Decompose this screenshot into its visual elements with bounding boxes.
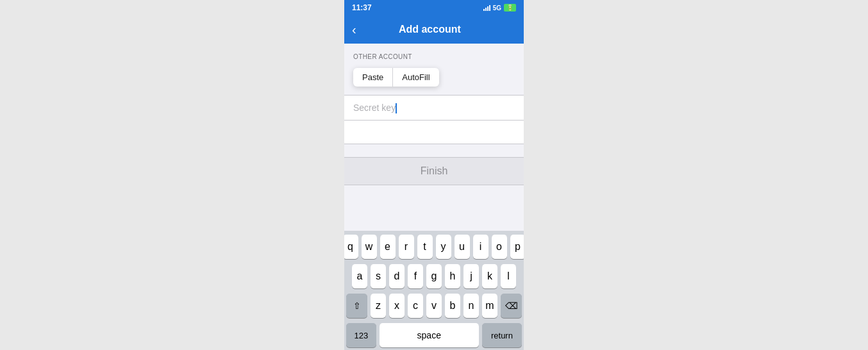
- issuer-field-wrapper[interactable]: [344, 121, 524, 144]
- key-r[interactable]: r: [399, 235, 414, 259]
- key-z[interactable]: z: [371, 294, 386, 318]
- content-area: OTHER ACCOUNT Paste AutoFill Secret key …: [344, 44, 524, 350]
- autofill-button[interactable]: AutoFill: [393, 68, 438, 87]
- key-i[interactable]: i: [473, 235, 488, 259]
- section-label: OTHER ACCOUNT: [353, 53, 412, 60]
- nav-title: Add account: [362, 24, 498, 35]
- key-y[interactable]: y: [436, 235, 451, 259]
- finish-button[interactable]: Finish: [344, 158, 524, 185]
- finish-button-section: Finish: [344, 157, 524, 185]
- delete-key[interactable]: ⌫: [501, 294, 522, 318]
- keyboard: q w e r t y u i o p a s d f g h j k: [344, 231, 524, 350]
- keyboard-row-1: q w e r t y u i o p: [346, 235, 522, 259]
- key-w[interactable]: w: [362, 235, 377, 259]
- space-key[interactable]: space: [380, 323, 479, 347]
- key-p[interactable]: p: [510, 235, 524, 259]
- keyboard-row-3: ⇧ z x c v b n m ⌫: [346, 294, 522, 318]
- keyboard-row-2: a s d f g h j k l: [346, 264, 522, 288]
- shift-icon: ⇧: [353, 301, 361, 311]
- key-h[interactable]: h: [445, 264, 460, 288]
- text-cursor: [396, 103, 397, 113]
- shift-key[interactable]: ⇧: [346, 294, 367, 318]
- phone-frame: 11:37 5G 🔋 ‹ Add account OTHER ACCOUNT P…: [344, 0, 524, 350]
- key-g[interactable]: g: [426, 264, 442, 288]
- input-section: Secret key: [344, 95, 524, 144]
- key-c[interactable]: c: [408, 294, 423, 318]
- signal-icon: [483, 4, 490, 11]
- network-type: 5G: [493, 4, 501, 12]
- back-button[interactable]: ‹: [352, 23, 356, 36]
- key-d[interactable]: d: [389, 264, 405, 288]
- key-o[interactable]: o: [492, 235, 507, 259]
- key-a[interactable]: a: [352, 264, 367, 288]
- battery-icon: 🔋: [504, 4, 516, 12]
- context-menu-popup: Paste AutoFill: [353, 68, 439, 87]
- key-f[interactable]: f: [408, 264, 423, 288]
- key-q[interactable]: q: [344, 235, 358, 259]
- key-b[interactable]: b: [445, 294, 460, 318]
- secret-key-field-wrapper[interactable]: Secret key: [344, 96, 524, 121]
- key-n[interactable]: n: [463, 294, 479, 318]
- status-icons: 5G 🔋: [483, 4, 516, 12]
- delete-icon: ⌫: [505, 301, 518, 311]
- nav-bar: ‹ Add account: [344, 15, 524, 44]
- key-v[interactable]: v: [426, 294, 442, 318]
- key-s[interactable]: s: [371, 264, 386, 288]
- section-header: OTHER ACCOUNT: [344, 44, 524, 64]
- numbers-key[interactable]: 123: [346, 323, 376, 347]
- key-j[interactable]: j: [463, 264, 479, 288]
- status-time: 11:37: [352, 3, 372, 12]
- return-key[interactable]: return: [482, 323, 522, 347]
- status-bar: 11:37 5G 🔋: [344, 0, 524, 15]
- key-m[interactable]: m: [482, 294, 497, 318]
- secret-key-placeholder: Secret key: [353, 103, 396, 113]
- key-l[interactable]: l: [501, 264, 516, 288]
- key-x[interactable]: x: [389, 294, 405, 318]
- keyboard-row-4: 123 space return: [346, 323, 522, 347]
- key-k[interactable]: k: [482, 264, 497, 288]
- key-t[interactable]: t: [417, 235, 433, 259]
- key-u[interactable]: u: [455, 235, 470, 259]
- key-e[interactable]: e: [380, 235, 396, 259]
- paste-button[interactable]: Paste: [353, 68, 393, 87]
